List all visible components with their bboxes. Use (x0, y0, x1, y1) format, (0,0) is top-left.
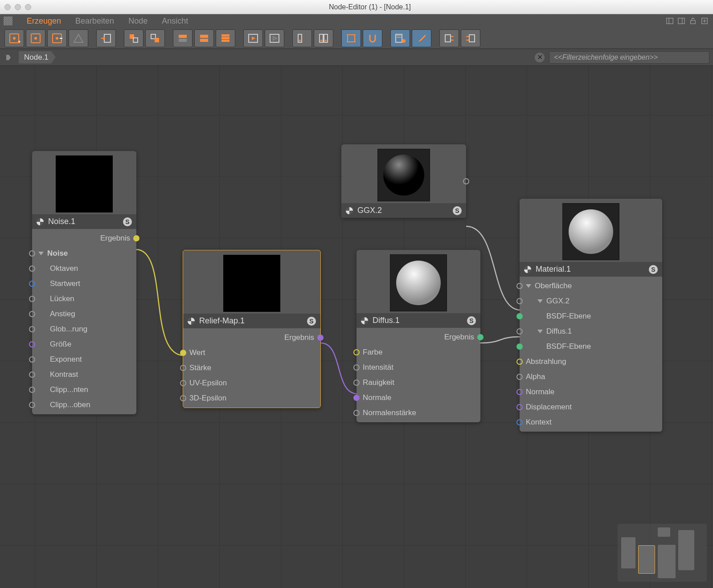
zoom-window-icon[interactable] (25, 4, 31, 10)
input-label: Rauigkeit (363, 378, 394, 387)
clear-filter-button[interactable]: ✕ (535, 53, 545, 62)
window-controls[interactable] (4, 4, 31, 10)
port-in[interactable] (353, 395, 360, 401)
node-diffus[interactable]: Diffus.1 S Ergebnis Farbe Intensität Rau… (356, 250, 480, 422)
layout-left-icon[interactable] (665, 16, 675, 26)
port-in[interactable] (29, 311, 35, 317)
port-in[interactable] (516, 283, 523, 289)
port-in[interactable] (180, 350, 186, 356)
port-in[interactable] (180, 395, 186, 401)
filter-input[interactable]: <<Filterzeichenfolge eingeben>> (549, 51, 709, 64)
port-in[interactable] (516, 343, 523, 350)
menu-erzeugen[interactable]: Erzeugen (20, 16, 68, 26)
tb-preview-toggle[interactable] (390, 29, 410, 47)
node-header[interactable]: Material.1 S (520, 262, 662, 277)
tb-rows-2[interactable] (194, 29, 214, 47)
solo-badge[interactable]: S (467, 316, 476, 325)
chevron-down-icon[interactable] (537, 299, 543, 303)
node-type-icon (188, 318, 195, 325)
tb-add-node[interactable]: + (4, 29, 24, 47)
node-material[interactable]: Material.1 S Oberfläche GGX.2 BSDF-Ebene… (520, 199, 662, 432)
category-label: Noise (47, 249, 68, 258)
tb-group-1[interactable] (124, 29, 143, 47)
menu-ansicht[interactable]: Ansicht (155, 16, 195, 26)
port-in[interactable] (29, 281, 35, 287)
solo-badge[interactable]: S (453, 206, 462, 215)
layout-right-icon[interactable] (676, 16, 686, 26)
svg-point-14 (56, 37, 58, 40)
node-header[interactable]: Diffus.1 S (356, 313, 480, 328)
tb-frame[interactable] (341, 29, 361, 47)
tb-align-1[interactable] (292, 29, 312, 47)
tb-rows-1[interactable] (173, 29, 193, 47)
tb-triangle[interactable] (69, 29, 88, 47)
chevron-down-icon[interactable] (537, 330, 543, 333)
tb-rows-3[interactable] (216, 29, 235, 47)
port-out[interactable] (317, 335, 324, 341)
add-panel-icon[interactable] (700, 16, 709, 26)
port-out[interactable] (133, 235, 139, 241)
port-in[interactable] (516, 298, 523, 304)
node-header[interactable]: Noise.1 S (32, 214, 136, 229)
breadcrumb-node[interactable]: Node.1 (19, 51, 56, 64)
tb-export-node[interactable] (47, 29, 67, 47)
app-icon (4, 16, 12, 25)
chevron-down-icon[interactable] (526, 284, 531, 288)
port-in[interactable] (29, 372, 35, 378)
solo-badge[interactable]: S (307, 317, 316, 326)
port-in[interactable] (29, 387, 35, 393)
port-in[interactable] (353, 410, 360, 416)
tb-import[interactable] (96, 29, 116, 47)
port-out[interactable] (477, 334, 484, 340)
port-in[interactable] (516, 389, 523, 395)
minimize-window-icon[interactable] (15, 4, 21, 10)
node-header[interactable]: GGX.2 S (341, 203, 466, 218)
port-in[interactable] (353, 364, 360, 371)
node-canvas[interactable]: Noise.1 S Ergebnis Noise Oktaven Startwe… (0, 66, 713, 588)
node-noise[interactable]: Noise.1 S Ergebnis Noise Oktaven Startwe… (32, 151, 136, 414)
tb-io-2[interactable] (461, 29, 480, 47)
node-relief-map[interactable]: Relief-Map.1 S Ergebnis Wert Stärke UV-E… (183, 250, 321, 408)
menu-bearbeiten[interactable]: Bearbeiten (68, 16, 121, 26)
tb-align-2[interactable] (314, 29, 333, 47)
port-in[interactable] (29, 296, 35, 302)
port-in[interactable] (29, 356, 35, 363)
port-in[interactable] (353, 349, 360, 355)
toolbar: + (0, 28, 713, 49)
port-in[interactable] (516, 404, 523, 410)
lock-icon[interactable] (688, 16, 698, 26)
tb-play-1[interactable] (243, 29, 263, 47)
port-in[interactable] (353, 380, 360, 386)
tb-brush[interactable] (412, 29, 431, 47)
tb-play-2[interactable] (265, 29, 284, 47)
input-label: Normalenstärke (363, 408, 416, 417)
port-in[interactable] (29, 250, 35, 257)
path-bar: Node.1 ✕ <<Filterzeichenfolge eingeben>> (0, 49, 713, 66)
input-label: Farbe (363, 348, 382, 357)
solo-badge[interactable]: S (123, 217, 132, 226)
solo-badge[interactable]: S (649, 265, 658, 274)
port-in[interactable] (29, 326, 35, 332)
chevron-down-icon[interactable] (38, 252, 44, 255)
root-anchor-icon[interactable] (4, 52, 14, 63)
node-header[interactable]: Relief-Map.1 S (183, 314, 320, 328)
port-in[interactable] (516, 328, 523, 335)
menu-node[interactable]: Node (121, 16, 155, 26)
port-in[interactable] (29, 402, 35, 408)
port-in[interactable] (29, 265, 35, 272)
close-window-icon[interactable] (4, 4, 11, 10)
port-in[interactable] (180, 380, 186, 386)
port-in[interactable] (180, 365, 186, 371)
port-in[interactable] (29, 341, 35, 347)
tb-group-2[interactable] (145, 29, 165, 47)
tb-select-node[interactable] (26, 29, 45, 47)
tb-io-1[interactable] (439, 29, 459, 47)
node-ggx[interactable]: GGX.2 S (341, 144, 466, 218)
tb-snap[interactable] (363, 29, 382, 47)
navigator[interactable] (618, 524, 707, 582)
port-in[interactable] (516, 419, 523, 425)
port-in[interactable] (516, 313, 523, 319)
port-in[interactable] (516, 359, 523, 365)
port-out[interactable] (463, 178, 469, 184)
port-in[interactable] (516, 374, 523, 380)
